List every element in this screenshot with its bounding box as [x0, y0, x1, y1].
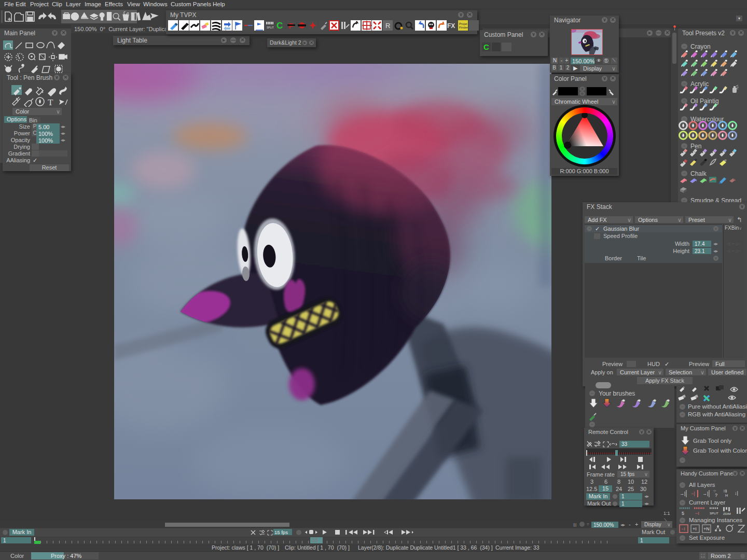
svg-text:↓|: ↓| — [735, 491, 738, 496]
svg-text:SPLIT: SPLIT — [710, 512, 718, 515]
svg-text:+I: +I — [693, 526, 697, 531]
svg-text:T: T — [48, 97, 53, 107]
svg-text:5: 5 — [682, 511, 684, 516]
svg-text:R: R — [385, 22, 390, 30]
svg-text:C: C — [276, 21, 283, 31]
svg-text:−I: −I — [681, 526, 685, 531]
svg-text:→|: →| — [680, 491, 685, 496]
svg-text:Finder: Finder — [459, 26, 468, 29]
svg-text:⇉: ⇉ — [723, 488, 727, 494]
svg-text:−I: −I — [695, 511, 699, 516]
svg-text:→|: →| — [702, 491, 708, 496]
svg-text:SPLIT: SPLIT — [267, 26, 274, 29]
svg-text:Projet: Projet — [459, 22, 467, 25]
svg-text:H: H — [725, 494, 728, 497]
svg-text:ZDIM: ZDIM — [723, 512, 731, 515]
svg-text:−|: −| — [691, 491, 695, 496]
svg-text:+N: +N — [703, 526, 710, 531]
svg-text:FX: FX — [447, 22, 455, 30]
svg-text:?: ? — [715, 493, 717, 498]
